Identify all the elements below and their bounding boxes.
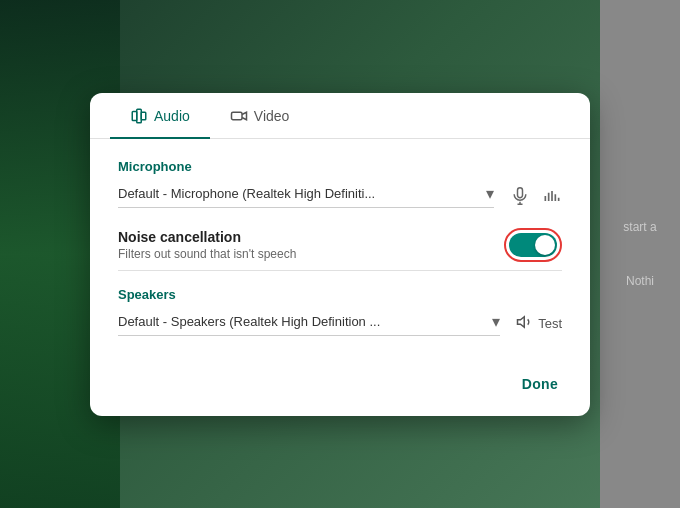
- tab-audio-label: Audio: [154, 108, 190, 124]
- microphone-section-label: Microphone: [118, 159, 562, 174]
- svg-rect-2: [141, 112, 146, 120]
- speakers-section-label: Speakers: [118, 287, 562, 302]
- sidebar-panel: start a Nothi: [600, 0, 680, 508]
- dialog-content: Microphone Default - Microphone (Realtek…: [90, 139, 590, 360]
- noise-cancellation-row: Noise cancellation Filters out sound tha…: [118, 228, 562, 262]
- microphone-chevron-icon: ▾: [486, 184, 494, 203]
- microphone-select[interactable]: Default - Microphone (Realtek High Defin…: [118, 184, 494, 208]
- tab-audio[interactable]: Audio: [110, 93, 210, 139]
- speakers-device-name: Default - Speakers (Realtek High Definit…: [118, 314, 488, 329]
- done-button[interactable]: Done: [510, 368, 570, 400]
- tab-bar: Audio Video: [90, 93, 590, 139]
- audio-settings-dialog: Audio Video Microphone Default - Microph…: [90, 93, 590, 416]
- microphone-device-name: Default - Microphone (Realtek High Defin…: [118, 186, 482, 201]
- dialog-footer: Done: [90, 360, 590, 416]
- noise-cancellation-description: Filters out sound that isn't speech: [118, 247, 504, 261]
- speakers-chevron-icon: ▾: [492, 312, 500, 331]
- test-label: Test: [538, 316, 562, 331]
- noise-cancellation-toggle[interactable]: [509, 233, 557, 257]
- microphone-actions: [510, 186, 562, 206]
- audio-tab-icon: [130, 107, 148, 125]
- tab-video-label: Video: [254, 108, 290, 124]
- speakers-device-row: Default - Speakers (Realtek High Definit…: [118, 312, 562, 336]
- audio-levels-icon[interactable]: [542, 186, 562, 206]
- tab-video[interactable]: Video: [210, 93, 310, 139]
- sidebar-nothi-text: Nothi: [626, 274, 654, 288]
- section-divider: [118, 270, 562, 271]
- noise-cancellation-info: Noise cancellation Filters out sound tha…: [118, 229, 504, 261]
- microphone-device-row: Default - Microphone (Realtek High Defin…: [118, 184, 562, 208]
- svg-marker-12: [518, 317, 525, 328]
- speaker-icon: [516, 313, 534, 334]
- speakers-select[interactable]: Default - Speakers (Realtek High Definit…: [118, 312, 500, 336]
- sidebar-start-text: start a: [623, 220, 656, 234]
- video-tab-icon: [230, 107, 248, 125]
- svg-rect-3: [231, 112, 242, 120]
- speakers-test-button[interactable]: Test: [516, 313, 562, 334]
- mic-icon[interactable]: [510, 186, 530, 206]
- toggle-knob: [535, 235, 555, 255]
- noise-cancellation-toggle-wrapper: [504, 228, 562, 262]
- noise-cancellation-title: Noise cancellation: [118, 229, 504, 245]
- svg-rect-4: [518, 187, 523, 197]
